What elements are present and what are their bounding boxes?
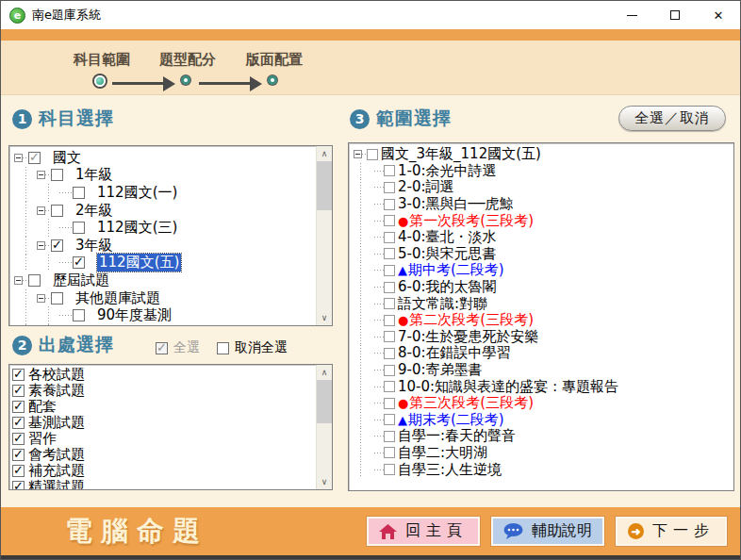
checkbox[interactable] xyxy=(384,265,395,276)
tree-row[interactable]: 5-0:與宋元思書 xyxy=(349,246,733,263)
expand-collapse-icon[interactable] xyxy=(14,154,23,162)
checkbox[interactable] xyxy=(384,165,395,176)
source-list-item[interactable]: 習作 xyxy=(9,431,332,447)
checkbox[interactable] xyxy=(384,182,395,193)
checkbox[interactable] xyxy=(384,431,395,442)
checkbox[interactable] xyxy=(73,187,85,199)
checkbox[interactable] xyxy=(384,248,395,259)
checkbox[interactable] xyxy=(384,381,395,392)
expand-collapse-icon[interactable] xyxy=(14,276,23,285)
expand-collapse-icon[interactable] xyxy=(37,171,45,179)
scroll-up-icon[interactable]: ∧ xyxy=(317,146,333,161)
checkbox[interactable] xyxy=(384,398,395,409)
source-list-item[interactable]: 基測試題 xyxy=(9,415,332,431)
tree-row[interactable]: 9-0:寄弟墨書 xyxy=(349,362,733,379)
checkbox[interactable] xyxy=(12,401,25,413)
tree-row[interactable]: 國文_3年級_112國文(五) xyxy=(349,146,733,163)
tree-row[interactable]: 歷屆試題 xyxy=(9,272,332,289)
checkbox[interactable] xyxy=(384,331,395,342)
source-list-item[interactable]: 會考試題 xyxy=(9,447,332,463)
select-all-toggle-button[interactable]: 全選／取消 xyxy=(618,106,726,131)
checkbox[interactable] xyxy=(384,464,395,475)
checkbox[interactable] xyxy=(384,348,395,359)
home-button[interactable]: 回主頁 xyxy=(367,517,480,546)
tree-row[interactable]: ●第三次段考(三段考) xyxy=(349,395,733,412)
tree-row[interactable]: 10-0:知識與表達的盛宴：專題報告 xyxy=(349,378,733,395)
source-list-item[interactable]: 補充試題 xyxy=(9,463,332,479)
source-list-item[interactable]: 配套 xyxy=(9,399,332,415)
checkbox[interactable] xyxy=(12,385,25,397)
tree-row[interactable]: 112國文(一) xyxy=(9,184,332,202)
checkbox[interactable] xyxy=(384,365,395,376)
expand-collapse-icon[interactable] xyxy=(37,206,45,215)
expand-collapse-icon[interactable] xyxy=(37,294,45,303)
tree-row[interactable]: 其他題庫試題 xyxy=(9,289,332,307)
scroll-down-icon[interactable]: ∨ xyxy=(317,310,333,325)
select-all-checkbox-group[interactable]: 全選 xyxy=(156,339,200,356)
tree-row[interactable]: 91年度基測 xyxy=(9,324,332,326)
source-list-item[interactable]: 精選試題 xyxy=(9,479,332,490)
select-all-checkbox[interactable] xyxy=(156,342,168,354)
tree-row[interactable]: 112國文(三) xyxy=(9,219,332,237)
checkbox[interactable] xyxy=(73,256,85,269)
help-button[interactable]: 輔助說明 xyxy=(491,517,604,546)
checkbox[interactable] xyxy=(384,414,395,425)
tree-row[interactable]: 語文常識:對聯 xyxy=(349,295,733,312)
tree-row[interactable]: ▲期末考(二段考) xyxy=(349,412,733,429)
tree-row[interactable]: ●第一次段考(三段考) xyxy=(349,212,733,229)
maximize-button[interactable] xyxy=(653,1,697,29)
checkbox[interactable] xyxy=(12,465,25,477)
checkbox[interactable] xyxy=(51,169,63,181)
checkbox[interactable] xyxy=(51,292,63,305)
checkbox[interactable] xyxy=(12,449,25,461)
tree-row[interactable]: 90年度基測 xyxy=(9,306,332,324)
scrollbar-thumb[interactable] xyxy=(317,380,333,423)
tree-row[interactable]: 自學一:春天的聲音 xyxy=(349,428,733,445)
checkbox[interactable] xyxy=(73,222,85,234)
tree-row[interactable]: 國文 xyxy=(9,149,332,167)
deselect-all-checkbox[interactable] xyxy=(217,342,229,354)
tree-row[interactable]: 1年級 xyxy=(9,167,332,185)
deselect-all-checkbox-group[interactable]: 取消全選 xyxy=(217,339,288,356)
tree-row[interactable]: 1-0:余光中詩選 xyxy=(349,163,733,180)
tree-row[interactable]: 4-0:臺北・淡水 xyxy=(349,229,733,246)
tree-row[interactable]: 3年級 xyxy=(9,237,332,255)
checkbox[interactable] xyxy=(12,481,25,490)
checkbox[interactable] xyxy=(367,149,378,160)
expand-collapse-icon[interactable] xyxy=(37,241,45,250)
checkbox[interactable] xyxy=(384,215,395,226)
scrollbar-thumb[interactable] xyxy=(317,161,333,210)
checkbox[interactable] xyxy=(12,417,25,429)
scroll-up-icon[interactable]: ∧ xyxy=(317,365,333,380)
tree-row[interactable]: ●第二次段考(三段考) xyxy=(349,312,733,329)
checkbox[interactable] xyxy=(28,152,41,164)
checkbox[interactable] xyxy=(28,274,41,287)
next-step-button[interactable]: ➜ 下一步 xyxy=(616,517,727,546)
scroll-down-icon[interactable]: ∨ xyxy=(317,474,333,489)
subject-tree-scrollbar[interactable]: ∧ ∨ xyxy=(316,146,332,325)
checkbox[interactable] xyxy=(73,309,85,321)
checkbox[interactable] xyxy=(384,447,395,458)
tree-row[interactable]: 6-0:我的太魯閣 xyxy=(349,279,733,296)
tree-row[interactable]: 自學三:人生逆境 xyxy=(349,461,733,478)
close-button[interactable]: ✕ xyxy=(697,1,740,29)
source-list-item[interactable]: 各校試題 xyxy=(9,367,332,383)
checkbox[interactable] xyxy=(384,298,395,309)
checkbox[interactable] xyxy=(12,433,25,445)
checkbox[interactable] xyxy=(51,239,63,252)
source-list-scrollbar[interactable]: ∧ ∨ xyxy=(316,365,332,489)
tree-row[interactable]: 2-0:詞選 xyxy=(349,179,733,196)
checkbox[interactable] xyxy=(51,205,63,217)
checkbox[interactable] xyxy=(384,315,395,326)
tree-row[interactable]: ▲期中考(二段考) xyxy=(349,262,733,279)
tree-row[interactable]: 7-0:生於憂患死於安樂 xyxy=(349,329,733,346)
tree-row[interactable]: 8-0:在錯誤中學習 xyxy=(349,345,733,362)
checkbox[interactable] xyxy=(384,199,395,210)
checkbox[interactable] xyxy=(12,369,25,381)
minimize-button[interactable] xyxy=(610,1,653,29)
expand-collapse-icon[interactable] xyxy=(354,150,362,158)
checkbox[interactable] xyxy=(384,232,395,243)
checkbox[interactable] xyxy=(384,282,395,293)
tree-row[interactable]: 自學二:大明湖 xyxy=(349,445,733,462)
source-list-item[interactable]: 素養試題 xyxy=(9,383,332,399)
